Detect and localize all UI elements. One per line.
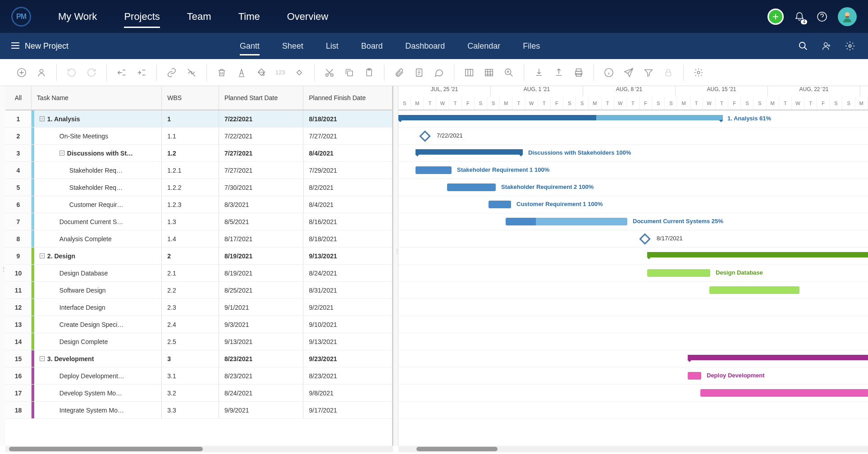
add-task-icon[interactable] (16, 67, 27, 78)
info-icon[interactable] (603, 67, 615, 78)
gantt-bar[interactable] (647, 269, 710, 277)
number-format-icon[interactable]: 123 (275, 69, 285, 76)
nav-time[interactable]: Time (238, 2, 260, 32)
undo-icon[interactable] (66, 67, 78, 78)
splitter[interactable]: ⋮ (393, 86, 398, 446)
task-name-cell[interactable]: 3. Development (32, 350, 162, 367)
task-name-cell[interactable]: Customer Requir… (32, 196, 162, 213)
task-row[interactable]: 8Analysis Complete1.48/17/20218/18/2021 (5, 230, 392, 248)
comment-icon[interactable] (433, 67, 445, 78)
app-logo[interactable]: PM (11, 7, 31, 27)
task-name-cell[interactable]: Stakeholder Req… (32, 179, 162, 196)
grid-icon[interactable] (483, 67, 495, 78)
outdent-icon[interactable] (116, 67, 128, 78)
gear-icon[interactable] (693, 67, 704, 78)
filter-icon[interactable] (643, 67, 654, 78)
view-dashboard[interactable]: Dashboard (405, 35, 445, 58)
gantt-bar[interactable] (700, 389, 868, 397)
notifications-icon[interactable]: 4 (793, 10, 806, 23)
task-name-cell[interactable]: Software Design (32, 282, 162, 298)
paste-icon[interactable] (363, 67, 375, 78)
nav-my-work[interactable]: My Work (58, 2, 97, 32)
view-files[interactable]: Files (523, 35, 540, 58)
notes-icon[interactable] (413, 67, 425, 78)
task-row[interactable]: 3Discussions with St…1.27/27/20218/4/202… (5, 145, 392, 162)
task-name-cell[interactable]: 1. Analysis (32, 110, 162, 127)
left-drag-handle[interactable]: ⋮ (0, 86, 5, 446)
task-row[interactable]: 18Integrate System Mo…3.39/9/20219/17/20… (5, 402, 392, 419)
lock-icon[interactable] (662, 67, 674, 78)
assignee-icon[interactable] (36, 67, 47, 78)
col-header-start[interactable]: Planned Start Date (219, 86, 304, 110)
milestone-icon[interactable] (293, 67, 305, 78)
task-name-cell[interactable]: Interface Design (32, 299, 162, 316)
gantt-bar[interactable] (398, 115, 723, 120)
task-row[interactable]: 11. Analysis17/22/20218/18/2021 (5, 110, 392, 128)
unlink-icon[interactable] (186, 67, 197, 78)
task-row[interactable]: 6Customer Requir…1.2.38/3/20218/4/2021 (5, 196, 392, 213)
view-list[interactable]: List (326, 35, 338, 58)
view-calendar[interactable]: Calendar (467, 35, 500, 58)
task-name-cell[interactable]: Discussions with St… (32, 145, 162, 161)
col-header-all[interactable]: All (5, 86, 32, 110)
cut-icon[interactable] (324, 67, 335, 78)
menu-icon[interactable] (11, 42, 19, 50)
gantt-bar[interactable] (688, 355, 868, 360)
col-header-name[interactable]: Task Name (32, 86, 162, 110)
task-row[interactable]: 11Software Design2.28/25/20218/31/2021 (5, 282, 392, 299)
task-name-cell[interactable]: Create Design Speci… (32, 316, 162, 333)
redo-icon[interactable] (86, 67, 97, 78)
print-icon[interactable] (573, 67, 585, 78)
expand-icon[interactable] (59, 151, 64, 156)
expand-icon[interactable] (40, 356, 45, 361)
gantt-bar[interactable] (489, 201, 511, 208)
gantt-bar[interactable] (416, 149, 523, 155)
task-row[interactable]: 10Design Database2.18/19/20218/24/2021 (5, 265, 392, 282)
gantt-bar[interactable] (447, 183, 496, 191)
text-color-icon[interactable] (236, 67, 247, 78)
attachment-icon[interactable] (393, 67, 405, 78)
task-name-cell[interactable]: Document Current S… (32, 213, 162, 230)
settings-icon[interactable] (843, 39, 857, 53)
gantt-bar[interactable] (416, 166, 452, 174)
task-name-cell[interactable]: Stakeholder Req… (32, 162, 162, 179)
delete-icon[interactable] (216, 67, 228, 78)
milestone-marker[interactable] (639, 233, 650, 244)
send-icon[interactable] (623, 67, 635, 78)
link-icon[interactable] (166, 67, 178, 78)
export-icon[interactable] (553, 67, 565, 78)
task-name-cell[interactable]: Design Database (32, 265, 162, 281)
nav-team[interactable]: Team (187, 2, 211, 32)
task-row[interactable]: 12Interface Design2.39/1/20219/2/2021 (5, 299, 392, 316)
col-header-finish[interactable]: Planned Finish Date (303, 86, 392, 110)
gantt-scrollbar[interactable] (398, 446, 868, 452)
indent-icon[interactable] (136, 67, 147, 78)
task-row[interactable]: 4Stakeholder Req…1.2.17/27/20217/29/2021 (5, 162, 392, 179)
import-icon[interactable] (533, 67, 545, 78)
gantt-bar[interactable] (709, 286, 799, 294)
grid-scrollbar[interactable] (5, 446, 393, 452)
task-name-cell[interactable]: Integrate System Mo… (32, 402, 162, 418)
expand-icon[interactable] (40, 253, 45, 258)
add-button[interactable]: + (767, 9, 784, 25)
help-icon[interactable] (815, 10, 829, 23)
task-name-cell[interactable]: Deploy Development… (32, 367, 162, 384)
task-row[interactable]: 13Create Design Speci…2.49/3/20219/10/20… (5, 316, 392, 333)
add-user-icon[interactable] (820, 39, 833, 53)
task-name-cell[interactable]: Design Complete (32, 333, 162, 350)
task-name-cell[interactable]: Develop System Mo… (32, 385, 162, 401)
task-row[interactable]: 14Design Complete2.59/13/20219/13/2021 (5, 333, 392, 350)
view-sheet[interactable]: Sheet (282, 35, 303, 58)
zoom-icon[interactable] (503, 67, 515, 78)
milestone-marker[interactable] (419, 130, 430, 142)
copy-icon[interactable] (343, 67, 355, 78)
task-name-cell[interactable]: 2. Design (32, 248, 162, 264)
gantt-bar[interactable] (647, 252, 868, 257)
view-board[interactable]: Board (361, 35, 383, 58)
task-row[interactable]: 17Develop System Mo…3.28/24/20219/8/2021 (5, 385, 392, 402)
expand-icon[interactable] (40, 116, 45, 121)
nav-projects[interactable]: Projects (124, 2, 160, 32)
task-row[interactable]: 153. Development38/23/20219/23/2021 (5, 350, 392, 367)
task-name-cell[interactable]: On-Site Meetings (32, 128, 162, 144)
view-gantt[interactable]: Gantt (240, 35, 260, 58)
